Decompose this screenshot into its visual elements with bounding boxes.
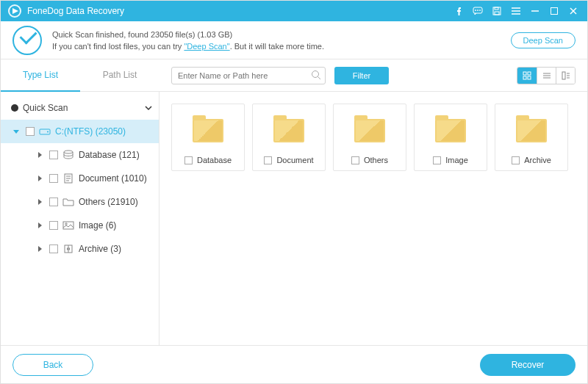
tree-child-label: Archive (3) <box>79 244 153 254</box>
tree-child-image[interactable]: Image (6) <box>1 214 159 237</box>
svg-point-3 <box>480 10 481 11</box>
svg-point-35 <box>65 223 67 225</box>
main-area: Quick Scan C:(NTFS) (23050) Database (12… <box>1 92 587 345</box>
folder-card[interactable]: Archive <box>495 104 568 171</box>
svg-point-14 <box>312 70 319 77</box>
chevron-right-icon[interactable] <box>35 246 45 252</box>
feedback-icon[interactable] <box>468 1 487 21</box>
tree-root-label: Quick Scan <box>23 103 144 113</box>
folder-icon <box>505 112 558 150</box>
back-button[interactable]: Back <box>12 354 93 376</box>
checkbox[interactable] <box>49 174 58 183</box>
archive-icon <box>62 244 74 254</box>
chevron-right-icon[interactable] <box>35 199 45 205</box>
svg-rect-23 <box>562 72 565 79</box>
folder-icon <box>62 198 74 206</box>
tree-child-document[interactable]: Document (1010) <box>1 167 159 190</box>
folder-card[interactable]: Image <box>414 104 487 171</box>
tab-type-list[interactable]: Type List <box>1 59 80 92</box>
status-line1: Quick Scan finished, found 23050 file(s)… <box>52 30 324 39</box>
tree-child-label: Database (121) <box>79 150 153 160</box>
checkbox[interactable] <box>26 127 35 136</box>
app-logo-icon <box>8 4 21 18</box>
svg-rect-6 <box>495 12 499 15</box>
folder-name: Image <box>445 156 468 164</box>
checkbox[interactable] <box>433 156 441 164</box>
view-list-button[interactable] <box>537 68 556 84</box>
chevron-right-icon[interactable] <box>35 152 45 158</box>
folder-grid: DatabaseDocumentOthersImageArchive <box>159 92 587 345</box>
svg-rect-11 <box>551 8 558 15</box>
close-button[interactable] <box>564 1 583 21</box>
chevron-right-icon[interactable] <box>35 175 45 181</box>
svg-rect-34 <box>63 222 74 229</box>
folder-icon <box>262 112 315 150</box>
folder-card[interactable]: Database <box>171 104 245 171</box>
folder-name: Others <box>364 156 388 164</box>
title-bar: FoneDog Data Recovery <box>1 1 587 21</box>
check-complete-icon <box>12 26 42 55</box>
svg-rect-17 <box>528 72 531 75</box>
folder-card[interactable]: Document <box>252 104 326 171</box>
folder-name: Database <box>197 156 232 164</box>
status-line2-prefix: If you can't find lost files, you can tr… <box>52 42 184 51</box>
tree-child-label: Others (21910) <box>79 197 153 207</box>
svg-point-28 <box>47 131 49 133</box>
maximize-button[interactable] <box>545 1 564 21</box>
checkbox[interactable] <box>49 221 58 230</box>
tree-child-database[interactable]: Database (121) <box>1 143 159 167</box>
sidebar-tree: Quick Scan C:(NTFS) (23050) Database (12… <box>1 92 159 345</box>
status-line2-suffix: . But it will take more time. <box>230 42 324 51</box>
folder-card[interactable]: Others <box>333 104 406 171</box>
save-icon[interactable] <box>487 1 506 21</box>
svg-rect-5 <box>495 7 498 10</box>
checkbox[interactable] <box>49 198 58 206</box>
tab-path-list[interactable]: Path List <box>80 59 159 92</box>
bullet-icon <box>11 104 18 112</box>
document-icon <box>62 173 74 184</box>
minimize-button[interactable] <box>526 1 545 21</box>
image-icon <box>62 221 74 230</box>
toolbar: Type List Path List Filter <box>1 59 587 92</box>
filter-button[interactable]: Filter <box>334 67 389 84</box>
chevron-down-icon[interactable] <box>11 130 21 134</box>
checkbox[interactable] <box>512 156 520 164</box>
view-detail-button[interactable] <box>556 68 575 84</box>
tree-root-quick-scan[interactable]: Quick Scan <box>1 96 159 120</box>
search-wrapper <box>171 67 326 84</box>
search-icon[interactable] <box>311 70 321 80</box>
checkbox[interactable] <box>49 151 58 159</box>
tree-child-label: Document (1010) <box>79 173 153 184</box>
search-input[interactable] <box>171 67 326 84</box>
checkbox[interactable] <box>49 244 58 253</box>
deep-scan-button[interactable]: Deep Scan <box>511 32 576 48</box>
svg-point-1 <box>476 10 476 11</box>
status-line2: If you can't find lost files, you can tr… <box>52 42 324 51</box>
status-strip: Quick Scan finished, found 23050 file(s)… <box>1 21 587 59</box>
drive-icon <box>39 127 51 136</box>
app-title: FoneDog Data Recovery <box>27 6 124 16</box>
deep-scan-link[interactable]: "Deep Scan" <box>184 42 229 51</box>
chevron-down-icon[interactable] <box>144 104 153 112</box>
recover-button[interactable]: Recover <box>480 354 576 376</box>
database-icon <box>62 150 74 160</box>
checkbox[interactable] <box>264 156 272 164</box>
folder-icon <box>424 112 477 150</box>
chevron-right-icon[interactable] <box>35 222 45 228</box>
tree-child-archive[interactable]: Archive (3) <box>1 237 159 261</box>
tree-child-folder[interactable]: Others (21910) <box>1 190 159 214</box>
folder-name: Document <box>276 156 313 164</box>
tree-drive-c[interactable]: C:(NTFS) (23050) <box>1 120 159 143</box>
checkbox[interactable] <box>351 156 359 164</box>
svg-rect-19 <box>528 76 531 79</box>
svg-point-29 <box>64 151 73 153</box>
folder-icon <box>343 112 396 150</box>
folder-name: Archive <box>524 156 551 164</box>
checkbox[interactable] <box>184 156 193 164</box>
menu-icon[interactable] <box>506 1 526 21</box>
view-grid-button[interactable] <box>517 68 537 84</box>
list-tabs: Type List Path List <box>1 59 159 92</box>
tree-child-label: Image (6) <box>79 220 153 231</box>
facebook-icon[interactable] <box>449 1 468 21</box>
view-switch <box>517 67 576 84</box>
